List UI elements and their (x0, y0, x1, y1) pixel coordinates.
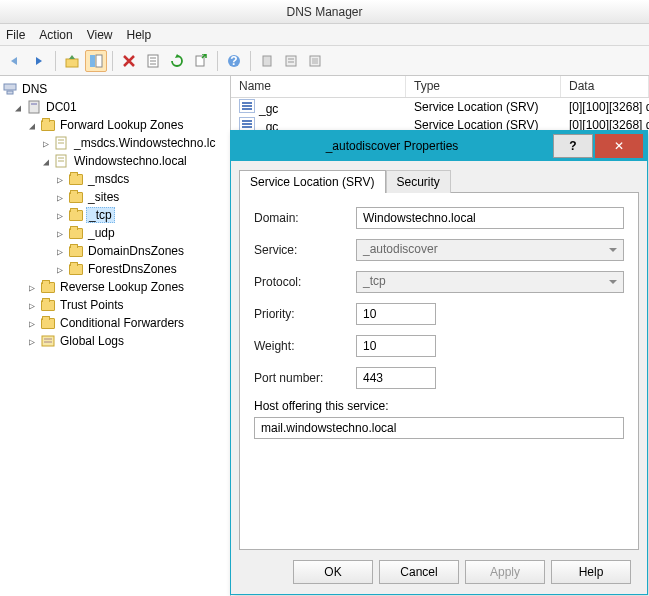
tree-zone-msdcs[interactable]: ▷ _msdcs.Windowstechno.lc (0, 134, 230, 152)
filter2-button[interactable] (280, 50, 302, 72)
tab-srv[interactable]: Service Location (SRV) (239, 170, 386, 193)
folder-icon (68, 225, 84, 241)
tree-tcp[interactable]: ▷ _tcp (0, 206, 230, 224)
apply-button[interactable]: Apply (465, 560, 545, 584)
tree-sites[interactable]: ▷ _sites (0, 188, 230, 206)
tree-label: Conditional Forwarders (58, 316, 186, 330)
delete-button[interactable] (118, 50, 140, 72)
menu-action[interactable]: Action (39, 28, 72, 42)
folder-icon (68, 207, 84, 223)
expander-icon[interactable]: ◢ (12, 101, 24, 113)
tree-label: Forward Lookup Zones (58, 118, 185, 132)
expander-icon[interactable]: ◢ (40, 155, 52, 167)
up-button[interactable] (61, 50, 83, 72)
tree-rlz[interactable]: ▷ Reverse Lookup Zones (0, 278, 230, 296)
tree-label: Global Logs (58, 334, 126, 348)
tree-msdcs[interactable]: ▷ _msdcs (0, 170, 230, 188)
svg-rect-1 (90, 55, 95, 67)
col-name[interactable]: Name (231, 76, 406, 97)
zone-icon (54, 153, 70, 169)
domain-label: Domain: (254, 211, 356, 225)
weight-input[interactable] (356, 335, 436, 357)
expander-icon[interactable]: ▷ (54, 209, 66, 221)
tree-root-dns[interactable]: DNS (0, 80, 230, 98)
svg-rect-11 (286, 56, 296, 66)
protocol-label: Protocol: (254, 275, 356, 289)
dns-icon (2, 81, 18, 97)
svg-rect-15 (312, 58, 318, 64)
col-data[interactable]: Data (561, 76, 649, 97)
expander-icon[interactable]: ▷ (40, 137, 52, 149)
service-select[interactable]: _autodiscover (356, 239, 624, 261)
tree-gl[interactable]: ▷ Global Logs (0, 332, 230, 350)
toolbar-separator (217, 51, 218, 71)
tree-server[interactable]: ◢ DC01 (0, 98, 230, 116)
folder-icon (40, 297, 56, 313)
window-titlebar: DNS Manager (0, 0, 649, 24)
host-label: Host offering this service: (254, 399, 624, 413)
tree-cf[interactable]: ▷ Conditional Forwarders (0, 314, 230, 332)
properties-button[interactable] (142, 50, 164, 72)
tree-label: _msdcs (86, 172, 131, 186)
port-input[interactable] (356, 367, 436, 389)
show-hide-tree-button[interactable] (85, 50, 107, 72)
filter3-button[interactable] (304, 50, 326, 72)
tab-security[interactable]: Security (386, 170, 451, 193)
dialog-close-button[interactable]: ✕ (595, 134, 643, 158)
menu-view[interactable]: View (87, 28, 113, 42)
help-button[interactable]: ? (223, 50, 245, 72)
tree-label: Reverse Lookup Zones (58, 280, 186, 294)
priority-input[interactable] (356, 303, 436, 325)
expander-icon[interactable]: ▷ (26, 281, 38, 293)
tree-fdz[interactable]: ▷ ForestDnsZones (0, 260, 230, 278)
tree-ddz[interactable]: ▷ DomainDnsZones (0, 242, 230, 260)
domain-input[interactable] (356, 207, 624, 229)
list-row[interactable]: _gc Service Location (SRV) [0][100][3268… (231, 98, 649, 116)
menu-help[interactable]: Help (127, 28, 152, 42)
protocol-select[interactable]: _tcp (356, 271, 624, 293)
cell-type: Service Location (SRV) (406, 100, 561, 114)
expander-icon[interactable]: ▷ (26, 335, 38, 347)
help-button[interactable]: Help (551, 560, 631, 584)
port-label: Port number: (254, 371, 356, 385)
ok-button[interactable]: OK (293, 560, 373, 584)
folder-icon (68, 261, 84, 277)
tree-flz[interactable]: ◢ Forward Lookup Zones (0, 116, 230, 134)
tree-label: DNS (20, 82, 49, 96)
expander-icon[interactable]: ◢ (26, 119, 38, 131)
nav-forward-button[interactable] (28, 50, 50, 72)
dialog-titlebar[interactable]: _autodiscover Properties ? ✕ (231, 131, 647, 161)
refresh-button[interactable] (166, 50, 188, 72)
toolbar-separator (112, 51, 113, 71)
expander-icon[interactable]: ▷ (54, 173, 66, 185)
folder-icon (68, 171, 84, 187)
record-icon (239, 117, 255, 131)
tree-pane: DNS ◢ DC01 ◢ Forward Lookup Zones ▷ _msd… (0, 76, 231, 596)
expander-icon[interactable]: ▷ (54, 227, 66, 239)
folder-icon (68, 189, 84, 205)
tree-label: Windowstechno.local (72, 154, 189, 168)
tree-udp[interactable]: ▷ _udp (0, 224, 230, 242)
expander-icon[interactable]: ▷ (54, 245, 66, 257)
dialog-title: _autodiscover Properties (231, 139, 553, 153)
tree-zone-main[interactable]: ◢ Windowstechno.local (0, 152, 230, 170)
svg-rect-18 (29, 101, 39, 113)
export-button[interactable] (190, 50, 212, 72)
menu-file[interactable]: File (6, 28, 25, 42)
svg-rect-26 (42, 336, 54, 346)
nav-back-button[interactable] (4, 50, 26, 72)
cell-data: [0][100][3268] d (561, 100, 649, 114)
filter1-button[interactable] (256, 50, 278, 72)
expander-icon[interactable]: ▷ (54, 263, 66, 275)
host-input[interactable] (254, 417, 624, 439)
svg-rect-16 (4, 84, 16, 90)
expander-icon[interactable]: ▷ (26, 299, 38, 311)
menubar: File Action View Help (0, 24, 649, 46)
expander-icon[interactable]: ▷ (26, 317, 38, 329)
expander-icon[interactable]: ▷ (54, 191, 66, 203)
cancel-button[interactable]: Cancel (379, 560, 459, 584)
dialog-help-button[interactable]: ? (553, 134, 593, 158)
cell-name: _gc (259, 102, 278, 116)
tree-tp[interactable]: ▷ Trust Points (0, 296, 230, 314)
col-type[interactable]: Type (406, 76, 561, 97)
